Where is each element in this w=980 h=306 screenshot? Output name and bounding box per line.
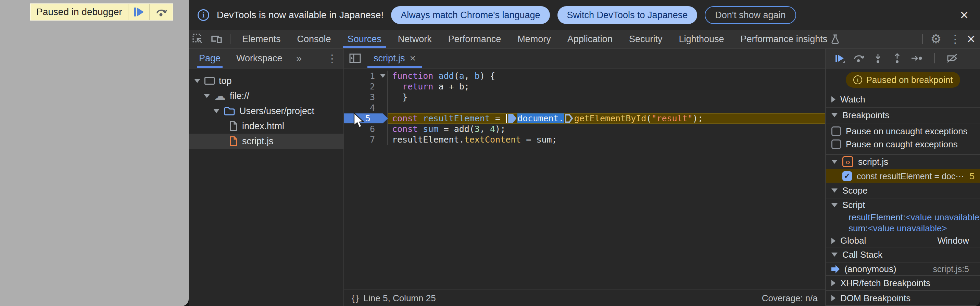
code-line-6[interactable]: 6 const sum = add( 3 , 4 ); (344, 124, 825, 134)
continue-to-location-marker-icon[interactable] (508, 114, 516, 123)
settings-gear-icon[interactable]: ⚙ (926, 32, 945, 46)
tab-lighthouse[interactable]: Lighthouse (670, 30, 732, 48)
tab-console[interactable]: Console (289, 30, 339, 48)
disclosure-triangle-icon[interactable] (831, 253, 838, 257)
section-breakpoints[interactable]: Breakpoints (826, 108, 980, 123)
disclosure-triangle-icon[interactable] (204, 94, 210, 98)
scope-global-row[interactable]: Global Window (826, 234, 980, 247)
banner-step-over-button[interactable] (149, 4, 173, 20)
line-number-7[interactable]: 7 (344, 134, 379, 145)
tab-workspace[interactable]: Workspace (234, 49, 285, 68)
section-xhr-breakpoints[interactable]: XHR/fetch Breakpoints (826, 275, 980, 291)
scope-variable-row[interactable]: sum: <value unavailable> (826, 223, 980, 234)
code-line-7[interactable]: 7 resultElement. textContent = sum; (344, 134, 825, 145)
disclosure-triangle-icon[interactable] (831, 96, 835, 102)
hide-navigator-panel-icon[interactable] (349, 53, 361, 64)
variable-value: <value unavailable> (905, 212, 980, 223)
navigator-menu-kebab-icon[interactable]: ⋮ (321, 53, 344, 64)
tree-item-top[interactable]: top (189, 73, 344, 88)
step-over-button[interactable] (853, 53, 864, 64)
breakpoint-entry[interactable]: ✓ const resultElement = doc⋯ 5 (826, 169, 980, 184)
editor-tab-close-icon[interactable]: × (410, 53, 416, 64)
tab-performance[interactable]: Performance (440, 30, 509, 48)
section-call-stack[interactable]: Call Stack (826, 247, 980, 263)
section-scope[interactable]: Scope (826, 183, 980, 198)
dom-breakpoints-label: DOM Breakpoints (840, 293, 910, 304)
pause-uncaught-checkbox[interactable] (831, 126, 841, 136)
disclosure-triangle-icon[interactable] (831, 295, 835, 301)
frame-location: script.js:5 (933, 264, 975, 274)
disclosure-triangle-icon[interactable] (831, 188, 838, 193)
step-into-button[interactable] (872, 53, 883, 64)
pause-caught-label: Pause on caught exceptions (846, 139, 958, 150)
disclosure-triangle-icon[interactable] (831, 280, 835, 286)
pause-caught-exceptions-row[interactable]: Pause on caught exceptions (826, 138, 980, 151)
tree-item-script-js[interactable]: script.js (189, 134, 344, 149)
tree-item-index-html[interactable]: index.html (189, 119, 344, 134)
line-number-1[interactable]: 1 (344, 70, 379, 81)
scope-global-label: Global (840, 236, 866, 246)
disclosure-triangle-icon[interactable] (831, 160, 838, 164)
match-chrome-language-button[interactable]: Always match Chrome's language (391, 6, 550, 24)
debugger-toolbar (826, 49, 980, 69)
disclosure-triangle-icon[interactable] (213, 109, 220, 113)
line-number-3[interactable]: 3 (344, 92, 379, 102)
pause-uncaught-exceptions-row[interactable]: Pause on uncaught exceptions (826, 125, 980, 138)
scope-script-row[interactable]: Script (826, 198, 980, 212)
section-dom-breakpoints[interactable]: DOM Breakpoints (826, 290, 980, 306)
tab-performance-insights[interactable]: Performance insights (732, 30, 848, 48)
code-line-2[interactable]: 2 return a + b; (344, 81, 825, 92)
breakpoint-file-group[interactable]: ‹› script.js (826, 155, 980, 169)
devtools-close-icon[interactable]: × (964, 32, 980, 46)
step-out-button[interactable] (892, 53, 903, 64)
paused-message-row: i Paused on breakpoint (826, 69, 980, 92)
tab-network[interactable]: Network (390, 30, 440, 48)
variable-value: <value unavailable> (868, 223, 947, 234)
tab-application[interactable]: Application (559, 30, 621, 48)
code-line-1[interactable]: 1 function add ( a , b ) { (344, 70, 825, 81)
disclosure-triangle-icon[interactable] (831, 113, 838, 117)
continue-to-location-marker-icon[interactable] (565, 114, 573, 123)
banner-resume-button[interactable] (128, 4, 149, 20)
frame-icon (204, 77, 215, 84)
tab-memory[interactable]: Memory (509, 30, 559, 48)
editor-tabstrip: script.js × (344, 49, 825, 69)
more-tabs-icon[interactable]: » (296, 53, 302, 64)
pause-caught-checkbox[interactable] (831, 139, 841, 149)
tab-sources[interactable]: Sources (339, 30, 390, 48)
code-editor[interactable]: 1 function add ( a , b ) { (344, 69, 825, 290)
tree-item-file-scheme[interactable]: ☁ file:// (189, 88, 344, 104)
step-button[interactable] (911, 53, 923, 64)
deactivate-breakpoints-button[interactable] (947, 53, 958, 64)
disclosure-triangle-icon[interactable] (831, 203, 838, 207)
xhr-breakpoints-label: XHR/fetch Breakpoints (840, 278, 930, 288)
disclosure-triangle-icon[interactable] (194, 79, 200, 83)
dont-show-again-button[interactable]: Don't show again (705, 6, 796, 24)
line-number-4[interactable]: 4 (344, 102, 379, 113)
code-fold-arrow-icon[interactable] (380, 74, 385, 78)
inspect-element-icon[interactable] (192, 33, 204, 45)
tab-security[interactable]: Security (621, 30, 671, 48)
call-stack-frame-row[interactable]: (anonymous) script.js:5 (826, 263, 980, 276)
variable-name: resultElement: (848, 212, 905, 223)
code-line-3[interactable]: 3 } (344, 92, 825, 102)
scope-variable-row[interactable]: resultElement: <value unavailable> (826, 212, 980, 223)
tab-page[interactable]: Page (197, 49, 223, 68)
disclosure-triangle-icon[interactable] (831, 238, 835, 244)
editor-tab-script-js[interactable]: script.js × (366, 49, 423, 68)
main-menu-kebab-icon[interactable]: ⋮ (945, 33, 964, 46)
code-line-5-paused[interactable]: 5 5 const resultElement = document. (344, 113, 825, 124)
tree-item-project-folder[interactable]: Users/user/project (189, 104, 344, 119)
selected-token-document[interactable]: document. (517, 113, 564, 123)
breakpoint-enabled-checkbox[interactable]: ✓ (842, 171, 852, 181)
tab-elements[interactable]: Elements (234, 30, 289, 48)
toggle-device-toolbar-icon[interactable] (211, 33, 223, 45)
resume-script-button[interactable] (834, 53, 845, 64)
switch-devtools-japanese-button[interactable]: Switch DevTools to Japanese (557, 6, 697, 24)
section-watch[interactable]: Watch (826, 92, 980, 108)
tree-label-file-scheme: file:// (230, 91, 249, 101)
code-line-4[interactable]: 4 (344, 102, 825, 113)
pretty-print-icon[interactable]: { } (352, 293, 358, 304)
infobar-close-icon[interactable]: × (957, 8, 971, 22)
line-number-2[interactable]: 2 (344, 81, 379, 92)
